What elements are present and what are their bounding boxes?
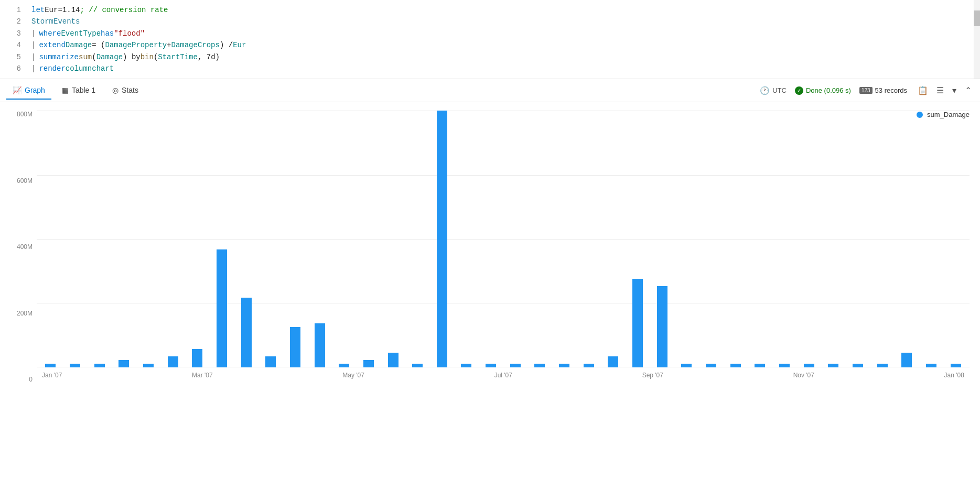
chart-bar[interactable]	[363, 360, 374, 367]
tab-graph[interactable]: 📈Graph	[6, 82, 51, 100]
chart-bar[interactable]	[486, 364, 496, 367]
code-token: has	[101, 28, 114, 39]
copy-button[interactable]: 📋	[916, 84, 930, 96]
code-editor[interactable]: 1let Eur = 1.14; // conversion rate2Stor…	[0, 0, 980, 79]
chart-inner: 800M600M400M200M0 Jan '07Mar '07May '07J…	[10, 111, 970, 383]
records-label: 53 records	[875, 86, 907, 94]
tab-group: 📈Graph▦Table 1◎Stats	[6, 82, 145, 100]
code-line: 4| extend Damage = (DamageProperty + Dam…	[0, 39, 980, 51]
code-token: |	[31, 28, 36, 39]
chart-bar[interactable]	[217, 249, 227, 367]
dropdown-button[interactable]: ▾	[950, 84, 959, 96]
code-token: , 7d)	[198, 51, 220, 63]
line-content: | render columnchart	[31, 63, 114, 74]
code-token: let	[31, 4, 45, 16]
chart-legend: sum_Damage	[917, 111, 970, 118]
code-token: columnchart	[66, 63, 114, 74]
bar-column	[748, 364, 772, 367]
code-token: where	[39, 28, 61, 39]
chart-bar[interactable]	[315, 323, 325, 367]
bar-column	[503, 364, 527, 367]
checkmark-icon: ✓	[795, 86, 803, 95]
x-axis-label: Mar '07	[192, 372, 213, 379]
tab-stats[interactable]: ◎Stats	[106, 82, 145, 100]
bar-column	[381, 353, 405, 367]
chart-bar[interactable]	[926, 364, 936, 367]
chart-bar[interactable]	[192, 349, 202, 367]
bar-column	[430, 111, 454, 367]
chart-bar[interactable]	[951, 364, 961, 367]
x-axis: Jan '07Mar '07May '07Jul '07Sep '07Nov '…	[37, 367, 970, 383]
code-token: bin	[141, 51, 154, 63]
chart-bar[interactable]	[779, 364, 790, 367]
line-content: StormEvents	[31, 16, 80, 27]
chart-bar[interactable]	[901, 353, 912, 367]
bar-column	[920, 364, 943, 367]
chart-bar[interactable]	[461, 364, 471, 367]
bar-column	[63, 364, 87, 367]
code-token: DamageCrops	[171, 39, 220, 51]
chart-bar[interactable]	[412, 364, 423, 367]
code-token: Damage	[96, 51, 123, 63]
chart-bar[interactable]	[437, 111, 447, 367]
timezone-label: UTC	[772, 86, 787, 94]
chart-bar[interactable]	[70, 364, 80, 367]
bar-column	[308, 323, 331, 367]
code-token: (	[92, 51, 96, 63]
chart-bar[interactable]	[877, 364, 888, 367]
y-axis-label: 200M	[17, 310, 33, 317]
x-axis-label: Nov '07	[793, 372, 814, 379]
chart-bar[interactable]	[119, 360, 129, 367]
bar-column	[675, 364, 698, 367]
line-content: | summarize sum(Damage) by bin(StartTime…	[31, 51, 220, 63]
chart-bar[interactable]	[681, 364, 692, 367]
chart-bar[interactable]	[584, 364, 594, 367]
chart-bar[interactable]	[828, 364, 838, 367]
chart-bar[interactable]	[534, 364, 545, 367]
chart-bar[interactable]	[143, 364, 154, 367]
code-token: |	[31, 63, 36, 74]
chart-main: Jan '07Mar '07May '07Jul '07Sep '07Nov '…	[37, 111, 970, 383]
bar-column	[186, 349, 209, 367]
chart-bar[interactable]	[559, 364, 569, 367]
columns-button[interactable]: ☰	[934, 84, 946, 96]
chart-bar[interactable]	[290, 327, 300, 367]
code-token: StartTime	[158, 51, 198, 63]
chart-bar[interactable]	[706, 364, 716, 367]
done-status: ✓ Done (0.096 s)	[795, 86, 851, 95]
table1-tab-icon: ▦	[62, 86, 69, 94]
code-token: (	[154, 51, 158, 63]
code-token: "flood"	[114, 28, 145, 39]
bar-column	[332, 364, 356, 367]
bar-column	[161, 356, 185, 367]
chart-bar[interactable]	[632, 279, 643, 367]
chart-bar[interactable]	[388, 353, 399, 367]
collapse-button[interactable]: ⌃	[963, 84, 974, 96]
chart-bar[interactable]	[339, 364, 349, 367]
chart-bar[interactable]	[168, 356, 178, 367]
bar-column	[650, 286, 674, 367]
bar-column	[455, 364, 478, 367]
chart-bar[interactable]	[510, 364, 521, 367]
chart-bar[interactable]	[755, 364, 765, 367]
chart-bar[interactable]	[657, 286, 667, 367]
toolbar-icons: 📋 ☰ ▾ ⌃	[916, 84, 974, 96]
chart-bar[interactable]	[45, 364, 56, 367]
line-number: 3	[4, 28, 21, 39]
chart-bar[interactable]	[94, 364, 105, 367]
code-token: Eur	[233, 39, 246, 51]
chart-bar[interactable]	[608, 356, 618, 367]
chart-bar[interactable]	[804, 364, 814, 367]
chart-bar[interactable]	[241, 298, 252, 368]
chart-bar[interactable]	[730, 364, 741, 367]
tab-table1[interactable]: ▦Table 1	[56, 82, 102, 100]
scrollbar[interactable]	[974, 0, 980, 79]
timezone-status[interactable]: 🕐 UTC	[760, 86, 787, 95]
bar-column	[822, 364, 845, 367]
chart-bar[interactable]	[853, 364, 863, 367]
chart-bar[interactable]	[265, 356, 276, 367]
code-token: 1.14	[62, 4, 80, 16]
bar-column	[944, 364, 967, 367]
code-token: = (	[92, 39, 105, 51]
code-token: ; // conversion rate	[80, 4, 168, 16]
